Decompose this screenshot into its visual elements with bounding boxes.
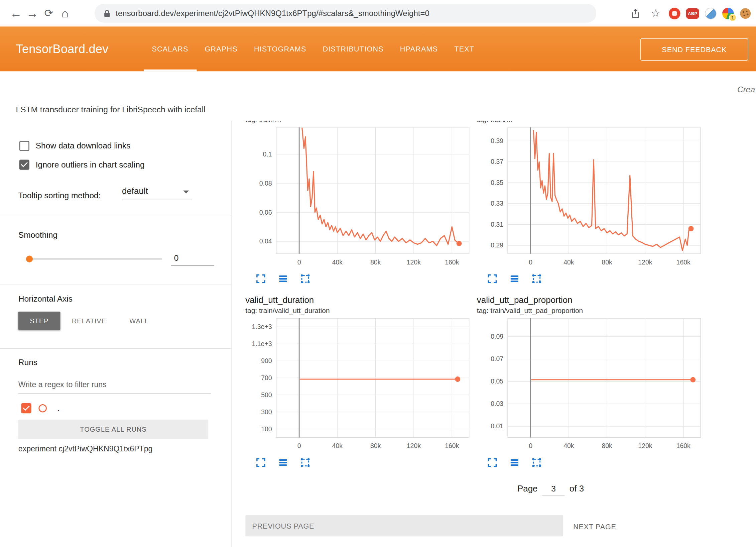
runs-regex-input[interactable]: [18, 376, 211, 394]
list-icon[interactable]: [509, 457, 520, 468]
previous-page-button[interactable]: PREVIOUS PAGE: [245, 515, 563, 536]
svg-text:900: 900: [261, 357, 272, 364]
chart-tag: tag: train/valid_utt_pad_proportion: [477, 306, 704, 316]
chart-actions: [245, 273, 472, 285]
run-checkbox[interactable]: [21, 403, 31, 413]
chart-card: valid_utt_pad_proportion tag: train/vali…: [477, 294, 704, 468]
svg-text:0.04: 0.04: [259, 237, 272, 245]
forward-icon[interactable]: →: [24, 6, 40, 20]
toggle-all-runs-button[interactable]: TOGGLE ALL RUNS: [18, 420, 208, 439]
home-icon[interactable]: ⌂: [57, 6, 73, 20]
send-feedback-button[interactable]: SEND FEEDBACK: [640, 38, 748, 61]
svg-text:40k: 40k: [332, 258, 343, 266]
page-number-input[interactable]: [542, 483, 564, 495]
adblock-extension-icon[interactable]: [669, 7, 680, 19]
svg-text:0.33: 0.33: [491, 200, 503, 207]
fit-domain-icon[interactable]: [531, 457, 542, 468]
svg-text:160k: 160k: [676, 258, 690, 266]
expand-icon[interactable]: [487, 457, 498, 468]
tab-scalars[interactable]: SCALARS: [144, 26, 197, 71]
svg-text:0.07: 0.07: [491, 355, 503, 362]
cookie-icon[interactable]: [740, 7, 751, 19]
horizontal-axis-label: Horizontal Axis: [18, 294, 73, 304]
smoothing-value-input[interactable]: [171, 252, 214, 266]
nav-tabs: SCALARS GRAPHS HISTOGRAMS DISTRIBUTIONS …: [144, 26, 483, 71]
svg-text:300: 300: [261, 408, 272, 416]
ignore-outliers-row: Ignore outliers in chart scaling: [19, 160, 145, 170]
line-chart[interactable]: 040k80k120k160k1.3e+31.1e+39007005003001…: [245, 318, 472, 454]
expand-icon[interactable]: [255, 457, 267, 468]
back-icon[interactable]: ←: [8, 6, 24, 20]
next-page-button[interactable]: NEXT PAGE: [573, 517, 616, 536]
svg-text:0.35: 0.35: [491, 179, 503, 186]
list-icon[interactable]: [277, 457, 289, 468]
share-icon[interactable]: [628, 6, 643, 20]
expand-icon[interactable]: [255, 273, 267, 285]
ball-extension-icon[interactable]: [705, 7, 717, 19]
axis-step-button[interactable]: STEP: [18, 312, 60, 330]
svg-text:0: 0: [297, 258, 301, 266]
svg-text:0: 0: [529, 258, 532, 266]
tab-histograms[interactable]: HISTOGRAMS: [246, 26, 314, 71]
truncated-created-text: Crea: [737, 85, 755, 95]
expand-icon[interactable]: [487, 273, 498, 285]
show-download-links-row: Show data download links: [19, 141, 131, 151]
tab-hparams[interactable]: HPARAMS: [392, 26, 446, 71]
divider: [0, 216, 231, 216]
fit-domain-icon[interactable]: [531, 273, 542, 285]
padlock-icon[interactable]: [103, 9, 111, 18]
chart-tag: tag: train/…: [477, 121, 704, 125]
fit-domain-icon[interactable]: [299, 457, 311, 468]
svg-text:40k: 40k: [563, 442, 574, 449]
list-icon[interactable]: [277, 273, 289, 285]
svg-text:500: 500: [261, 391, 272, 399]
chart-card: valid_utt_duration tag: train/valid_utt_…: [245, 294, 472, 468]
svg-text:120k: 120k: [638, 258, 652, 266]
bookmark-star-icon[interactable]: ☆: [648, 6, 663, 20]
smoothing-slider-track[interactable]: [29, 258, 162, 259]
svg-text:0.06: 0.06: [259, 209, 272, 216]
svg-text:80k: 80k: [602, 442, 612, 449]
tooltip-sorting-dropdown[interactable]: default: [122, 186, 192, 200]
reload-icon[interactable]: ⟳: [40, 7, 57, 20]
svg-text:0.03: 0.03: [491, 400, 503, 407]
chevron-down-icon: [183, 191, 189, 194]
app-logo[interactable]: TensorBoard.dev: [16, 26, 109, 71]
svg-text:40k: 40k: [563, 258, 574, 266]
browser-toolbar: ← → ⟳ ⌂ tensorboard.dev/experiment/cj2vt…: [0, 0, 756, 26]
chart-actions: [477, 457, 704, 468]
abp-extension-icon[interactable]: ABP: [686, 8, 699, 19]
axis-relative-button[interactable]: RELATIVE: [60, 312, 118, 330]
svg-text:160k: 160k: [445, 258, 459, 266]
ignore-outliers-checkbox[interactable]: [19, 160, 29, 170]
svg-text:160k: 160k: [445, 442, 459, 449]
smoothing-slider-thumb[interactable]: [26, 256, 33, 262]
tab-distributions[interactable]: DISTRIBUTIONS: [314, 26, 392, 71]
line-chart[interactable]: 040k80k120k160k0.390.370.350.330.310.29: [477, 127, 704, 270]
svg-text:0.08: 0.08: [259, 180, 272, 187]
run-name-label: .: [57, 404, 59, 413]
run-color-swatch[interactable]: [38, 404, 47, 413]
chart-card: tag: train/… 040k80k120k160k0.390.370.35…: [477, 121, 704, 285]
line-chart[interactable]: 040k80k120k160k0.040.060.080.1: [245, 127, 472, 270]
line-chart[interactable]: 040k80k120k160k0.090.070.050.030.01: [477, 318, 704, 454]
ignore-outliers-label: Ignore outliers in chart scaling: [36, 160, 145, 170]
svg-text:0.29: 0.29: [491, 241, 503, 249]
svg-text:0: 0: [297, 442, 301, 449]
run-row: .: [21, 403, 59, 413]
svg-text:0.1: 0.1: [263, 150, 272, 158]
svg-text:120k: 120k: [638, 442, 652, 449]
address-bar[interactable]: tensorboard.dev/experiment/cj2vtPiwQHKN9…: [95, 4, 597, 23]
axis-wall-button[interactable]: WALL: [118, 312, 160, 330]
list-icon[interactable]: [509, 273, 520, 285]
fit-domain-icon[interactable]: [299, 273, 311, 285]
svg-text:120k: 120k: [407, 442, 421, 449]
url-text[interactable]: tensorboard.dev/experiment/cj2vtPiwQHKN9…: [116, 9, 429, 18]
runs-label: Runs: [18, 358, 37, 367]
divider: [0, 348, 231, 349]
show-download-links-checkbox[interactable]: [19, 141, 29, 151]
svg-text:0.09: 0.09: [491, 333, 503, 340]
tab-graphs[interactable]: GRAPHS: [197, 26, 246, 71]
tab-text[interactable]: TEXT: [446, 26, 483, 71]
pie-extension-icon[interactable]: 1: [722, 7, 734, 19]
